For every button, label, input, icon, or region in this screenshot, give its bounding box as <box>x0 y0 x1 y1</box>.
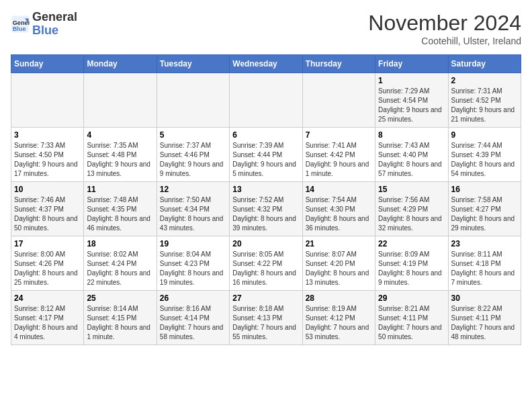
day-info: Sunrise: 7:43 AM Sunset: 4:40 PM Dayligh… <box>378 141 445 179</box>
day-info: Sunrise: 8:04 AM Sunset: 4:23 PM Dayligh… <box>160 250 226 287</box>
calendar-cell: 26Sunrise: 8:16 AM Sunset: 4:14 PM Dayli… <box>157 291 229 345</box>
day-number: 3 <box>14 130 81 140</box>
day-info: Sunrise: 7:48 AM Sunset: 4:35 PM Dayligh… <box>87 195 153 233</box>
day-number: 6 <box>232 130 299 140</box>
day-info: Sunrise: 7:46 AM Sunset: 4:37 PM Dayligh… <box>14 195 81 233</box>
month-title: November 2024 <box>368 11 521 36</box>
day-info: Sunrise: 7:29 AM Sunset: 4:54 PM Dayligh… <box>378 87 445 124</box>
day-number: 13 <box>232 185 299 194</box>
day-info: Sunrise: 8:22 AM Sunset: 4:11 PM Dayligh… <box>451 304 518 342</box>
day-info: Sunrise: 7:41 AM Sunset: 4:42 PM Dayligh… <box>306 141 372 179</box>
day-info: Sunrise: 8:12 AM Sunset: 4:17 PM Dayligh… <box>14 304 81 342</box>
calendar-cell: 18Sunrise: 8:02 AM Sunset: 4:24 PM Dayli… <box>84 236 157 291</box>
day-info: Sunrise: 8:11 AM Sunset: 4:18 PM Dayligh… <box>451 250 518 287</box>
day-number: 12 <box>160 185 226 194</box>
calendar-cell: 5Sunrise: 7:37 AM Sunset: 4:46 PM Daylig… <box>157 128 229 182</box>
calendar-cell: 9Sunrise: 7:44 AM Sunset: 4:39 PM Daylig… <box>448 128 521 182</box>
calendar-week-5: 24Sunrise: 8:12 AM Sunset: 4:17 PM Dayli… <box>11 291 521 345</box>
day-number: 1 <box>378 76 445 85</box>
calendar-cell: 22Sunrise: 8:09 AM Sunset: 4:19 PM Dayli… <box>375 236 448 291</box>
location: Cootehill, Ulster, Ireland <box>368 36 521 46</box>
day-number: 9 <box>451 130 518 140</box>
calendar-cell: 24Sunrise: 8:12 AM Sunset: 4:17 PM Dayli… <box>11 291 84 345</box>
day-number: 14 <box>306 185 372 194</box>
day-number: 5 <box>160 130 226 140</box>
day-number: 21 <box>306 239 372 248</box>
day-info: Sunrise: 8:16 AM Sunset: 4:14 PM Dayligh… <box>160 304 226 342</box>
page-header: General Blue GeneralBlue November 2024 C… <box>11 11 521 46</box>
day-info: Sunrise: 7:50 AM Sunset: 4:34 PM Dayligh… <box>160 195 226 233</box>
day-info: Sunrise: 7:56 AM Sunset: 4:29 PM Dayligh… <box>378 195 445 233</box>
calendar-table: SundayMondayTuesdayWednesdayThursdayFrid… <box>11 54 521 345</box>
day-info: Sunrise: 7:31 AM Sunset: 4:52 PM Dayligh… <box>451 87 518 124</box>
calendar-cell: 2Sunrise: 7:31 AM Sunset: 4:52 PM Daylig… <box>448 73 521 128</box>
weekday-header-sunday: Sunday <box>11 55 84 73</box>
calendar-cell: 27Sunrise: 8:18 AM Sunset: 4:13 PM Dayli… <box>230 291 302 345</box>
svg-text:Blue: Blue <box>13 26 26 32</box>
calendar-cell <box>302 73 375 128</box>
day-info: Sunrise: 7:54 AM Sunset: 4:30 PM Dayligh… <box>306 195 372 233</box>
weekday-header-saturday: Saturday <box>448 55 521 73</box>
calendar-cell: 20Sunrise: 8:05 AM Sunset: 4:22 PM Dayli… <box>230 236 302 291</box>
logo-text: GeneralBlue <box>32 11 77 38</box>
day-number: 22 <box>378 239 445 248</box>
calendar-week-3: 10Sunrise: 7:46 AM Sunset: 4:37 PM Dayli… <box>11 182 521 236</box>
day-info: Sunrise: 8:09 AM Sunset: 4:19 PM Dayligh… <box>378 250 445 287</box>
day-info: Sunrise: 8:18 AM Sunset: 4:13 PM Dayligh… <box>232 304 299 342</box>
day-number: 11 <box>87 185 153 194</box>
weekday-header-row: SundayMondayTuesdayWednesdayThursdayFrid… <box>11 55 521 73</box>
day-info: Sunrise: 8:21 AM Sunset: 4:11 PM Dayligh… <box>378 304 445 342</box>
day-number: 2 <box>451 76 518 85</box>
day-number: 8 <box>378 130 445 140</box>
day-number: 10 <box>14 185 81 194</box>
title-block: November 2024 Cootehill, Ulster, Ireland <box>368 11 521 46</box>
day-number: 24 <box>14 293 81 303</box>
calendar-cell: 13Sunrise: 7:52 AM Sunset: 4:32 PM Dayli… <box>230 182 302 236</box>
day-number: 29 <box>378 293 445 303</box>
calendar-cell: 7Sunrise: 7:41 AM Sunset: 4:42 PM Daylig… <box>302 128 375 182</box>
calendar-cell: 6Sunrise: 7:39 AM Sunset: 4:44 PM Daylig… <box>230 128 302 182</box>
day-info: Sunrise: 8:07 AM Sunset: 4:20 PM Dayligh… <box>306 250 372 287</box>
day-number: 17 <box>14 239 81 248</box>
calendar-cell: 21Sunrise: 8:07 AM Sunset: 4:20 PM Dayli… <box>302 236 375 291</box>
calendar-cell: 17Sunrise: 8:00 AM Sunset: 4:26 PM Dayli… <box>11 236 84 291</box>
day-info: Sunrise: 7:58 AM Sunset: 4:27 PM Dayligh… <box>451 195 518 233</box>
weekday-header-tuesday: Tuesday <box>157 55 229 73</box>
calendar-cell: 16Sunrise: 7:58 AM Sunset: 4:27 PM Dayli… <box>448 182 521 236</box>
logo-icon: General Blue <box>11 15 30 34</box>
day-info: Sunrise: 7:35 AM Sunset: 4:48 PM Dayligh… <box>87 141 153 179</box>
calendar-cell: 11Sunrise: 7:48 AM Sunset: 4:35 PM Dayli… <box>84 182 157 236</box>
calendar-cell: 19Sunrise: 8:04 AM Sunset: 4:23 PM Dayli… <box>157 236 229 291</box>
day-info: Sunrise: 8:02 AM Sunset: 4:24 PM Dayligh… <box>87 250 153 287</box>
day-info: Sunrise: 8:14 AM Sunset: 4:15 PM Dayligh… <box>87 304 153 342</box>
calendar-cell: 10Sunrise: 7:46 AM Sunset: 4:37 PM Dayli… <box>11 182 84 236</box>
logo: General Blue GeneralBlue <box>11 11 77 38</box>
calendar-week-2: 3Sunrise: 7:33 AM Sunset: 4:50 PM Daylig… <box>11 128 521 182</box>
calendar-cell: 4Sunrise: 7:35 AM Sunset: 4:48 PM Daylig… <box>84 128 157 182</box>
day-number: 30 <box>451 293 518 303</box>
calendar-cell: 25Sunrise: 8:14 AM Sunset: 4:15 PM Dayli… <box>84 291 157 345</box>
calendar-cell: 3Sunrise: 7:33 AM Sunset: 4:50 PM Daylig… <box>11 128 84 182</box>
day-info: Sunrise: 8:00 AM Sunset: 4:26 PM Dayligh… <box>14 250 81 287</box>
calendar-cell: 30Sunrise: 8:22 AM Sunset: 4:11 PM Dayli… <box>448 291 521 345</box>
day-number: 28 <box>306 293 372 303</box>
day-info: Sunrise: 8:19 AM Sunset: 4:12 PM Dayligh… <box>306 304 372 342</box>
day-info: Sunrise: 7:33 AM Sunset: 4:50 PM Dayligh… <box>14 141 81 179</box>
weekday-header-monday: Monday <box>84 55 157 73</box>
calendar-cell <box>230 73 302 128</box>
day-number: 15 <box>378 185 445 194</box>
day-number: 19 <box>160 239 226 248</box>
calendar-cell: 23Sunrise: 8:11 AM Sunset: 4:18 PM Dayli… <box>448 236 521 291</box>
calendar-cell: 12Sunrise: 7:50 AM Sunset: 4:34 PM Dayli… <box>157 182 229 236</box>
day-info: Sunrise: 7:37 AM Sunset: 4:46 PM Dayligh… <box>160 141 226 179</box>
weekday-header-thursday: Thursday <box>302 55 375 73</box>
day-number: 18 <box>87 239 153 248</box>
day-number: 7 <box>306 130 372 140</box>
day-number: 26 <box>160 293 226 303</box>
calendar-cell: 15Sunrise: 7:56 AM Sunset: 4:29 PM Dayli… <box>375 182 448 236</box>
day-info: Sunrise: 7:39 AM Sunset: 4:44 PM Dayligh… <box>232 141 299 179</box>
day-number: 16 <box>451 185 518 194</box>
calendar-week-1: 1Sunrise: 7:29 AM Sunset: 4:54 PM Daylig… <box>11 73 521 128</box>
calendar-cell <box>84 73 157 128</box>
calendar-cell: 29Sunrise: 8:21 AM Sunset: 4:11 PM Dayli… <box>375 291 448 345</box>
